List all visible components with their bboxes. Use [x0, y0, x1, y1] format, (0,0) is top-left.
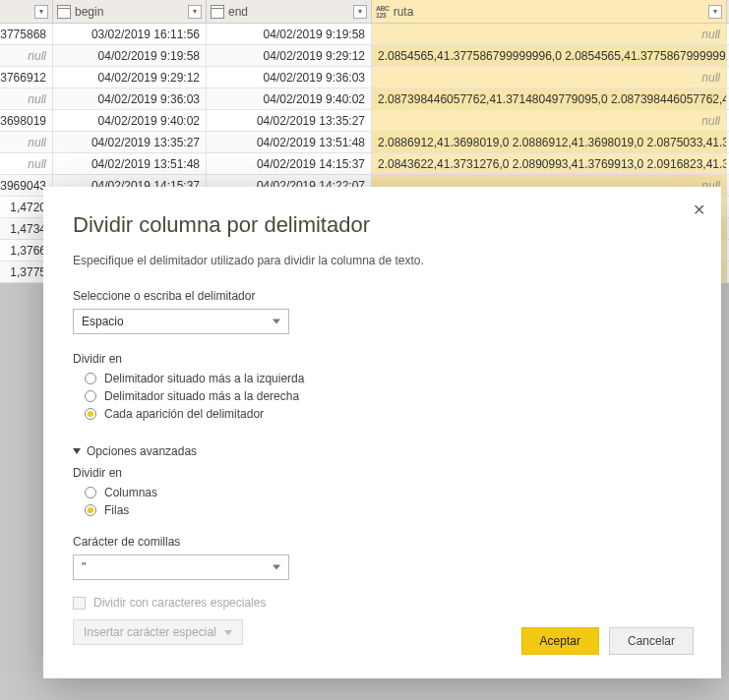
table-cell[interactable]: null: [0, 45, 53, 66]
delimiter-select[interactable]: Espacio: [73, 309, 289, 334]
any-type-icon: ABC123: [376, 5, 390, 19]
table-row[interactable]: 1,369801904/02/2019 9:40:0204/02/2019 13…: [0, 110, 729, 132]
column-header-unknown[interactable]: ▾: [0, 0, 53, 23]
table-cell[interactable]: 04/02/2019 13:51:48: [53, 153, 207, 174]
radio-icon: [85, 487, 96, 498]
split-column-dialog: ✕ Dividir columna por delimitador Especi…: [43, 187, 721, 678]
split-into-label: Dividir en: [73, 466, 692, 480]
table-cell[interactable]: null: [372, 24, 727, 44]
table-cell[interactable]: 04/02/2019 14:15:37: [207, 153, 372, 174]
chevron-down-icon: [273, 565, 280, 570]
table-cell[interactable]: 04/02/2019 13:35:27: [53, 132, 207, 152]
button-label: Insertar carácter especial: [84, 625, 216, 639]
table-cell[interactable]: 2.0886912,41.3698019,0 2.0886912,41.3698…: [372, 132, 727, 152]
filter-dropdown-icon[interactable]: ▾: [708, 5, 722, 19]
table-row[interactable]: null04/02/2019 9:19:5804/02/2019 9:29:12…: [0, 45, 729, 67]
radio-label: Delimitador situado más a la izquierda: [104, 372, 304, 385]
radio-each-occurrence[interactable]: Cada aparición del delimitador: [73, 407, 692, 421]
table-cell[interactable]: 04/02/2019 13:35:27: [207, 110, 372, 131]
radio-icon: [85, 390, 96, 402]
chevron-down-icon: [224, 630, 232, 635]
table-cell[interactable]: null: [372, 67, 727, 88]
split-position-radio-group: Delimitador situado más a la izquierda D…: [73, 372, 692, 421]
table-cell[interactable]: null: [0, 153, 53, 174]
column-header-begin[interactable]: begin ▾: [53, 0, 207, 23]
table-cell[interactable]: 1,3698019: [0, 110, 53, 131]
table-header-row: ▾ begin ▾ end ▾ ABC123 ruta ▾: [0, 0, 729, 24]
radio-rightmost[interactable]: Delimitador situado más a la derecha: [73, 389, 692, 403]
table-cell[interactable]: 04/02/2019 9:19:58: [207, 24, 372, 44]
ok-button[interactable]: Aceptar: [521, 627, 599, 655]
column-header-ruta[interactable]: ABC123 ruta ▾: [372, 0, 727, 23]
delimiter-label: Seleccione o escriba el delimitador: [73, 289, 692, 303]
advanced-options-toggle[interactable]: Opciones avanzadas: [73, 444, 692, 458]
quote-char-select[interactable]: ": [73, 554, 289, 580]
table-cell[interactable]: 1,3766912: [0, 67, 53, 88]
radio-label: Delimitador situado más a la derecha: [104, 389, 299, 403]
radio-icon: [85, 504, 96, 516]
delimiter-value: Espacio: [82, 315, 124, 328]
table-row[interactable]: 1,376691204/02/2019 9:29:1204/02/2019 9:…: [0, 67, 729, 88]
radio-icon: [85, 408, 96, 420]
split-in-label: Dividir en: [73, 352, 692, 366]
table-cell[interactable]: 03/02/2019 16:11:56: [53, 24, 207, 44]
table-cell[interactable]: 04/02/2019 9:36:03: [207, 67, 372, 88]
table-cell[interactable]: 2.0854565,41.377586799999996,0 2.0854565…: [372, 45, 727, 66]
table-cell[interactable]: 04/02/2019 9:36:03: [53, 88, 207, 109]
dialog-button-bar: Aceptar Cancelar: [521, 627, 694, 655]
split-special-chars-checkbox: Dividir con caracteres especiales: [73, 596, 692, 610]
close-button[interactable]: ✕: [693, 201, 705, 219]
chevron-down-icon: [273, 320, 280, 324]
datetime-type-icon: [57, 5, 71, 19]
table-cell[interactable]: null: [0, 88, 53, 109]
column-header-label: ruta: [394, 5, 708, 19]
radio-rows[interactable]: Filas: [73, 503, 692, 517]
checkbox-icon: [73, 597, 86, 610]
dialog-title: Dividir columna por delimitador: [73, 212, 692, 238]
dialog-subtitle: Especifique el delimitador utilizado par…: [73, 254, 692, 267]
table-row[interactable]: 1,377586803/02/2019 16:11:5604/02/2019 9…: [0, 24, 729, 45]
radio-icon: [85, 373, 96, 384]
table-cell[interactable]: 04/02/2019 13:51:48: [207, 132, 372, 152]
table-row[interactable]: null04/02/2019 9:36:0304/02/2019 9:40:02…: [0, 88, 729, 110]
button-label: Cancelar: [628, 634, 675, 648]
button-label: Aceptar: [540, 634, 580, 648]
radio-label: Filas: [104, 503, 129, 517]
quote-char-value: ": [82, 560, 86, 574]
datetime-type-icon: [211, 5, 224, 19]
checkbox-label: Dividir con caracteres especiales: [93, 596, 266, 610]
table-cell[interactable]: null: [0, 132, 53, 152]
table-cell[interactable]: 2.0843622,41.3731276,0 2.0890993,41.3769…: [372, 153, 727, 174]
radio-label: Cada aparición del delimitador: [104, 407, 264, 421]
filter-dropdown-icon[interactable]: ▾: [353, 5, 367, 19]
quote-char-label: Carácter de comillas: [73, 535, 692, 549]
filter-dropdown-icon[interactable]: ▾: [34, 5, 48, 19]
table-cell[interactable]: 04/02/2019 9:40:02: [53, 110, 207, 131]
radio-label: Columnas: [104, 486, 157, 499]
column-header-label: begin: [75, 5, 188, 19]
table-cell[interactable]: 04/02/2019 9:29:12: [53, 67, 207, 88]
table-cell[interactable]: 2.087398446057762,41.37148049779095,0 2.…: [372, 88, 727, 109]
table-cell[interactable]: 1,3775868: [0, 24, 53, 44]
radio-leftmost[interactable]: Delimitador situado más a la izquierda: [73, 372, 692, 385]
cancel-button[interactable]: Cancelar: [609, 627, 694, 655]
radio-columns[interactable]: Columnas: [73, 486, 692, 499]
insert-special-char-button: Insertar carácter especial: [73, 619, 243, 645]
table-cell[interactable]: 04/02/2019 9:40:02: [207, 88, 372, 109]
split-into-radio-group: Columnas Filas: [73, 486, 692, 517]
filter-dropdown-icon[interactable]: ▾: [188, 5, 202, 19]
column-header-label: end: [228, 5, 353, 19]
table-cell[interactable]: 04/02/2019 9:29:12: [207, 45, 372, 66]
triangle-down-icon: [73, 448, 81, 454]
table-row[interactable]: null04/02/2019 13:51:4804/02/2019 14:15:…: [0, 153, 729, 175]
table-row[interactable]: null04/02/2019 13:35:2704/02/2019 13:51:…: [0, 132, 729, 153]
table-cell[interactable]: null: [372, 110, 727, 131]
advanced-options-label: Opciones avanzadas: [87, 444, 197, 458]
column-header-end[interactable]: end ▾: [207, 0, 372, 23]
table-cell[interactable]: 04/02/2019 9:19:58: [53, 45, 207, 66]
